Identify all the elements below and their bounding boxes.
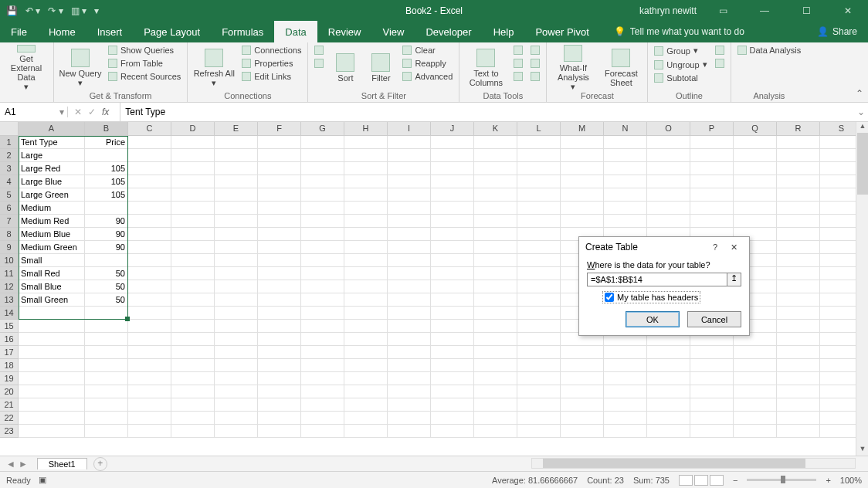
cell[interactable]	[258, 385, 301, 398]
cell[interactable]: 50	[85, 280, 128, 293]
col-header-J[interactable]: J	[431, 122, 474, 136]
col-header-G[interactable]: G	[301, 122, 344, 136]
cell[interactable]	[431, 188, 474, 202]
cell[interactable]: 50	[85, 267, 128, 280]
cell[interactable]	[301, 385, 344, 398]
cell[interactable]	[647, 385, 690, 398]
cell[interactable]	[431, 333, 474, 346]
name-box[interactable]: A1▾	[0, 107, 68, 117]
cell[interactable]	[777, 162, 820, 175]
whatif-button[interactable]: What-If Analysis ▾	[551, 45, 595, 91]
cell[interactable]	[258, 398, 301, 412]
data-analysis-button[interactable]: Data Analysis	[736, 45, 803, 56]
row-header-4[interactable]: 4	[0, 175, 19, 188]
cell[interactable]	[258, 346, 301, 359]
vertical-scroll-thumb[interactable]	[857, 133, 868, 195]
cell[interactable]	[258, 149, 301, 162]
cell[interactable]	[517, 267, 561, 280]
tab-formulas[interactable]: Formulas	[211, 21, 274, 42]
cell[interactable]	[647, 425, 690, 438]
cell[interactable]	[388, 320, 431, 333]
cell[interactable]: Large	[19, 149, 85, 162]
cell[interactable]	[604, 346, 647, 359]
cell[interactable]	[777, 254, 820, 267]
cell[interactable]	[690, 215, 734, 228]
row-header-14[interactable]: 14	[0, 307, 19, 320]
cell[interactable]	[561, 136, 604, 149]
cell[interactable]	[431, 241, 474, 254]
row-header-10[interactable]: 10	[0, 254, 19, 267]
cell[interactable]	[344, 228, 388, 241]
row-header-12[interactable]: 12	[0, 280, 19, 293]
cell[interactable]	[690, 398, 734, 412]
cell[interactable]	[517, 215, 561, 228]
cell[interactable]	[258, 162, 301, 175]
cell[interactable]	[517, 320, 561, 333]
cell[interactable]	[128, 280, 171, 293]
cell[interactable]	[301, 307, 344, 320]
fx-icon[interactable]: fx	[102, 107, 114, 117]
cell[interactable]	[561, 346, 604, 359]
cell[interactable]	[561, 149, 604, 162]
cell[interactable]	[344, 320, 388, 333]
cell[interactable]	[777, 215, 820, 228]
cell[interactable]	[734, 175, 777, 188]
text-to-columns-button[interactable]: Text to Columns	[464, 45, 507, 91]
cell[interactable]	[171, 241, 215, 254]
cell[interactable]	[777, 280, 820, 293]
col-header-O[interactable]: O	[647, 122, 690, 136]
cell[interactable]	[734, 188, 777, 202]
cell[interactable]	[344, 425, 388, 438]
cell[interactable]	[777, 188, 820, 202]
cell[interactable]: 90	[85, 241, 128, 254]
qat-customize-icon[interactable]: ▥ ▾	[71, 5, 86, 16]
cell[interactable]	[19, 333, 85, 346]
cell[interactable]	[690, 149, 734, 162]
cell[interactable]	[128, 254, 171, 267]
filter-button[interactable]: Filter	[365, 45, 396, 91]
tab-page-layout[interactable]: Page Layout	[133, 21, 211, 42]
cell[interactable]	[388, 175, 431, 188]
cell[interactable]	[171, 280, 215, 293]
cell[interactable]	[258, 333, 301, 346]
zoom-level[interactable]: 100%	[840, 476, 862, 485]
cell[interactable]	[128, 241, 171, 254]
cell[interactable]	[128, 307, 171, 320]
cell[interactable]: 90	[85, 228, 128, 241]
cell[interactable]	[85, 412, 128, 425]
cell[interactable]	[128, 202, 171, 215]
cell[interactable]	[258, 307, 301, 320]
cell[interactable]: 90	[85, 215, 128, 228]
col-header-I[interactable]: I	[388, 122, 431, 136]
cell[interactable]	[301, 254, 344, 267]
cell[interactable]	[128, 346, 171, 359]
cell[interactable]	[690, 359, 734, 372]
cell[interactable]	[19, 359, 85, 372]
cell[interactable]	[171, 293, 215, 307]
cell[interactable]	[777, 398, 820, 412]
cell[interactable]	[517, 398, 561, 412]
cell[interactable]	[128, 293, 171, 307]
cell[interactable]: 105	[85, 188, 128, 202]
tab-view[interactable]: View	[371, 21, 415, 42]
cell[interactable]	[344, 359, 388, 372]
cell[interactable]	[431, 280, 474, 293]
ok-button[interactable]: OK	[626, 311, 680, 327]
from-table-button[interactable]: From Table	[107, 58, 182, 69]
cell[interactable]	[301, 228, 344, 241]
row-header-16[interactable]: 16	[0, 333, 19, 346]
cell[interactable]	[171, 385, 215, 398]
cell[interactable]	[777, 385, 820, 398]
cell[interactable]	[171, 398, 215, 412]
cell[interactable]	[690, 162, 734, 175]
cell[interactable]	[128, 228, 171, 241]
cell[interactable]	[128, 215, 171, 228]
cell[interactable]	[517, 425, 561, 438]
cell[interactable]	[647, 372, 690, 385]
range-picker-icon[interactable]: ↥	[727, 273, 741, 286]
cell[interactable]	[777, 333, 820, 346]
cell[interactable]	[258, 188, 301, 202]
cell[interactable]	[561, 202, 604, 215]
cell[interactable]	[604, 202, 647, 215]
cell[interactable]	[171, 372, 215, 385]
